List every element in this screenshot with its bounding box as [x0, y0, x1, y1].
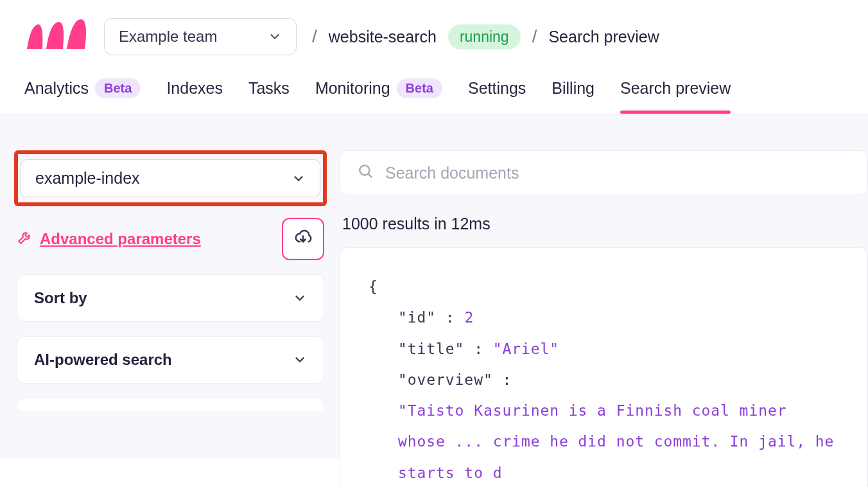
json-value: "Taisto Kasurinen is a Finnish coal mine… — [398, 402, 834, 481]
team-label: Example team — [119, 28, 217, 46]
json-brace-open: { — [369, 271, 839, 302]
tab-label: Billing — [551, 79, 595, 98]
panel-truncated — [17, 398, 324, 411]
breadcrumb: / website-search running / Search previe… — [312, 24, 659, 49]
wrench-icon — [17, 229, 33, 249]
main-content: example-index Advanced parameters — [0, 114, 868, 459]
json-key: "overview" — [398, 371, 493, 388]
tab-label: Tasks — [248, 79, 290, 98]
index-selector[interactable]: example-index — [21, 159, 320, 197]
index-label: example-index — [35, 169, 140, 188]
advanced-parameters-link[interactable]: Advanced parameters — [17, 229, 201, 249]
search-input[interactable] — [385, 164, 851, 182]
app-header: Example team / website-search running / … — [0, 0, 868, 57]
results-summary: 1000 results in 12ms — [342, 215, 868, 233]
svg-line-2 — [369, 174, 372, 177]
chevron-down-icon — [291, 172, 306, 186]
json-value: "Ariel" — [493, 341, 559, 357]
highlight-box: example-index — [14, 150, 327, 206]
breadcrumb-separator: / — [532, 26, 537, 47]
tab-label: Settings — [468, 79, 526, 98]
ai-search-panel[interactable]: AI-powered search — [17, 336, 324, 384]
tab-indexes[interactable]: Indexes — [166, 79, 223, 113]
tab-bar: Analytics Beta Indexes Tasks Monitoring … — [0, 57, 868, 114]
tab-monitoring[interactable]: Monitoring Beta — [315, 78, 442, 114]
json-key: "title" — [398, 341, 464, 357]
breadcrumb-separator: / — [312, 26, 317, 47]
panel-label: AI-powered search — [34, 351, 172, 369]
result-document: { "id" : 2 "title" : "Ariel" "overview" … — [340, 247, 868, 487]
tab-billing[interactable]: Billing — [551, 79, 595, 113]
json-line-id: "id" : 2 — [369, 302, 839, 333]
sort-by-panel[interactable]: Sort by — [17, 274, 324, 322]
cloud-download-icon — [293, 228, 313, 250]
json-value: 2 — [464, 309, 474, 326]
advanced-parameters-label: Advanced parameters — [40, 230, 201, 248]
beta-badge: Beta — [397, 78, 442, 98]
logo — [24, 17, 89, 57]
team-selector[interactable]: Example team — [104, 18, 297, 55]
tab-label: Monitoring — [315, 79, 390, 98]
breadcrumb-page: Search preview — [548, 28, 659, 46]
tab-tasks[interactable]: Tasks — [248, 79, 290, 113]
status-badge: running — [448, 24, 521, 49]
search-icon — [357, 163, 374, 183]
json-key: "id" — [398, 309, 436, 326]
search-box[interactable] — [340, 150, 868, 195]
json-line-overview-key: "overview" : — [369, 364, 839, 395]
tab-search-preview[interactable]: Search preview — [620, 79, 731, 113]
sidebar: example-index Advanced parameters — [14, 150, 327, 459]
chevron-down-icon — [293, 291, 307, 305]
chevron-down-icon — [293, 353, 307, 367]
beta-badge: Beta — [95, 78, 141, 98]
content-area: 1000 results in 12ms { "id" : 2 "title" … — [340, 150, 868, 459]
tab-settings[interactable]: Settings — [468, 79, 526, 113]
tab-label: Analytics — [24, 79, 89, 98]
breadcrumb-project[interactable]: website-search — [329, 28, 437, 46]
tab-label: Search preview — [620, 79, 731, 98]
json-line-title: "title" : "Ariel" — [369, 333, 839, 364]
chevron-down-icon — [268, 30, 282, 44]
advanced-row: Advanced parameters — [17, 218, 324, 260]
json-line-overview-val: "Taisto Kasurinen is a Finnish coal mine… — [369, 395, 839, 487]
tab-analytics[interactable]: Analytics Beta — [24, 78, 141, 114]
tab-label: Indexes — [166, 79, 223, 98]
download-button[interactable] — [282, 218, 324, 260]
panel-label: Sort by — [34, 289, 87, 307]
